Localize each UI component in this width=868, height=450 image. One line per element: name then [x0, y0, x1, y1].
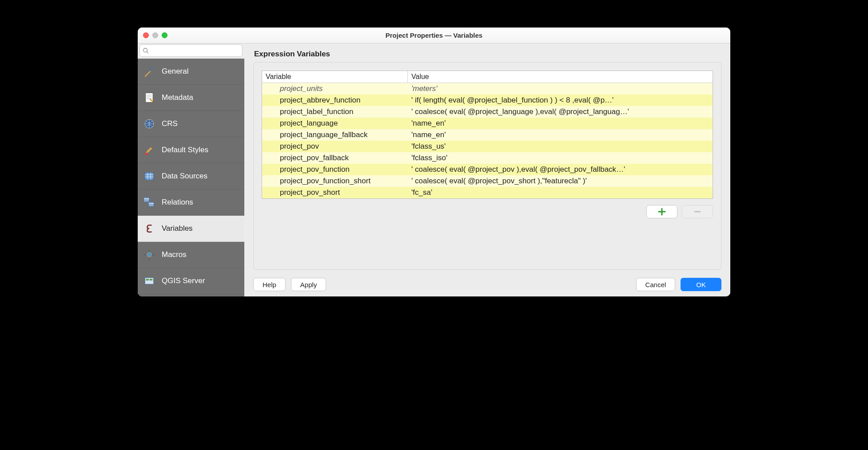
- table-row[interactable]: project_language_fallback'name_en': [262, 129, 713, 141]
- sidebar-item-macros[interactable]: Macros: [138, 242, 244, 268]
- cell-value[interactable]: ' coalesce( eval( @project_pov_short ),"…: [408, 175, 713, 187]
- variables-panel: Variable Value project_units'meters'proj…: [253, 62, 721, 270]
- table-icon: [142, 169, 156, 183]
- cell-value[interactable]: 'name_en': [408, 118, 713, 129]
- content-area: Expression Variables Variable Value proj…: [244, 43, 730, 296]
- sidebar-item-label: General: [162, 67, 188, 76]
- sidebar-item-default-styles[interactable]: Default Styles: [138, 137, 244, 163]
- sidebar-item-label: Default Styles: [162, 146, 208, 154]
- cell-variable[interactable]: project_language_fallback: [262, 129, 408, 141]
- svg-rect-25: [150, 279, 153, 280]
- cell-variable[interactable]: project_pov_short: [262, 187, 408, 198]
- close-icon[interactable]: [143, 32, 149, 38]
- cell-value[interactable]: 'fclass_iso': [408, 152, 713, 164]
- table-body: project_units'meters'project_abbrev_func…: [262, 83, 713, 198]
- minus-icon: [693, 208, 701, 216]
- svg-point-18: [148, 253, 151, 257]
- sidebar-item-label: Relations: [162, 198, 193, 207]
- cell-variable[interactable]: project_units: [262, 83, 408, 95]
- column-header-variable[interactable]: Variable: [262, 71, 408, 83]
- table-row[interactable]: project_pov_fallback'fclass_iso': [262, 152, 713, 164]
- maximize-icon[interactable]: [162, 32, 167, 38]
- table-row[interactable]: project_pov'fclass_us': [262, 141, 713, 152]
- sidebar-item-label: Metadata: [162, 93, 193, 102]
- search-input[interactable]: [139, 44, 243, 57]
- svg-rect-14: [148, 202, 154, 207]
- brush-icon: [142, 143, 156, 157]
- cell-variable[interactable]: project_pov_function_short: [262, 175, 408, 187]
- sidebar-item-general[interactable]: General: [138, 59, 244, 85]
- sidebar-item-variables[interactable]: Variables: [138, 216, 244, 242]
- minimize-icon[interactable]: [152, 32, 158, 38]
- sidebar-item-label: Macros: [162, 250, 187, 259]
- dialog-footer: Help Apply Cancel OK: [253, 278, 721, 291]
- sidebar-item-metadata[interactable]: Metadata: [138, 85, 244, 111]
- variables-table[interactable]: Variable Value project_units'meters'proj…: [262, 71, 713, 199]
- cancel-button[interactable]: Cancel: [636, 278, 676, 291]
- table-row[interactable]: project_pov_function_short' coalesce( ev…: [262, 175, 713, 187]
- cell-value[interactable]: 'meters': [408, 83, 713, 95]
- search-icon: [143, 47, 149, 54]
- cell-variable[interactable]: project_abbrev_function: [262, 95, 408, 106]
- cell-variable[interactable]: project_pov_function: [262, 164, 408, 175]
- table-header: Variable Value: [262, 71, 713, 83]
- titlebar: Project Properties — Variables: [138, 28, 730, 43]
- cell-variable[interactable]: project_label_function: [262, 106, 408, 118]
- table-row[interactable]: project_abbrev_function' if( length( eva…: [262, 95, 713, 106]
- sidebar-item-label: QGIS Server: [162, 276, 205, 285]
- sidebar-item-label: Variables: [162, 224, 193, 233]
- cell-variable[interactable]: project_language: [262, 118, 408, 129]
- add-variable-button[interactable]: [646, 205, 677, 218]
- document-icon: [142, 91, 156, 105]
- table-row[interactable]: project_label_function' coalesce( eval( …: [262, 106, 713, 118]
- cell-variable[interactable]: project_pov_fallback: [262, 152, 408, 164]
- window-title: Project Properties — Variables: [138, 32, 730, 39]
- svg-rect-7: [145, 153, 148, 155]
- window-body: General Metadata CRS: [138, 43, 730, 296]
- table-row[interactable]: project_units'meters': [262, 83, 713, 95]
- svg-rect-13: [144, 197, 149, 202]
- table-toolbar: [262, 205, 713, 218]
- sidebar-item-data-sources[interactable]: Data Sources: [138, 163, 244, 189]
- cell-value[interactable]: 'fc_sa': [408, 187, 713, 198]
- relations-icon: [142, 195, 156, 209]
- traffic-lights: [143, 32, 167, 38]
- search-wrap: [138, 43, 244, 59]
- sidebar-item-qgis-server[interactable]: QGIS Server: [138, 268, 244, 294]
- cell-value[interactable]: 'name_en': [408, 129, 713, 141]
- sidebar-item-relations[interactable]: Relations: [138, 189, 244, 216]
- sidebar-item-label: CRS: [162, 119, 178, 128]
- cell-variable[interactable]: project_pov: [262, 141, 408, 152]
- project-properties-window: Project Properties — Variables General: [138, 28, 730, 296]
- remove-variable-button: [682, 205, 713, 218]
- plus-icon: [658, 208, 666, 216]
- help-button[interactable]: Help: [253, 278, 286, 291]
- svg-rect-8: [145, 173, 154, 180]
- section-title: Expression Variables: [254, 50, 721, 59]
- gear-icon: [142, 248, 156, 262]
- cell-value[interactable]: 'fclass_us': [408, 141, 713, 152]
- sidebar-nav: General Metadata CRS: [138, 59, 244, 296]
- table-row[interactable]: project_pov_short'fc_sa': [262, 187, 713, 198]
- sidebar-item-label: Data Sources: [162, 172, 207, 181]
- epsilon-icon: [142, 221, 156, 236]
- cell-value[interactable]: ' coalesce( eval( @project_pov ),eval( @…: [408, 164, 713, 175]
- svg-line-1: [147, 52, 149, 54]
- svg-rect-24: [146, 279, 149, 280]
- sidebar-item-crs[interactable]: CRS: [138, 111, 244, 137]
- svg-point-0: [143, 48, 147, 52]
- ok-button[interactable]: OK: [681, 278, 721, 291]
- table-row[interactable]: project_language'name_en': [262, 118, 713, 129]
- server-icon: [142, 274, 156, 288]
- cell-value[interactable]: ' if( length( eval( @project_label_funct…: [408, 95, 713, 106]
- sidebar: General Metadata CRS: [138, 43, 244, 296]
- svg-rect-23: [145, 278, 154, 284]
- globe-icon: [142, 117, 156, 131]
- column-header-value[interactable]: Value: [408, 71, 713, 83]
- table-row[interactable]: project_pov_function' coalesce( eval( @p…: [262, 164, 713, 175]
- apply-button[interactable]: Apply: [291, 278, 326, 291]
- wrench-icon: [142, 64, 156, 79]
- cell-value[interactable]: ' coalesce( eval( @project_language ),ev…: [408, 106, 713, 118]
